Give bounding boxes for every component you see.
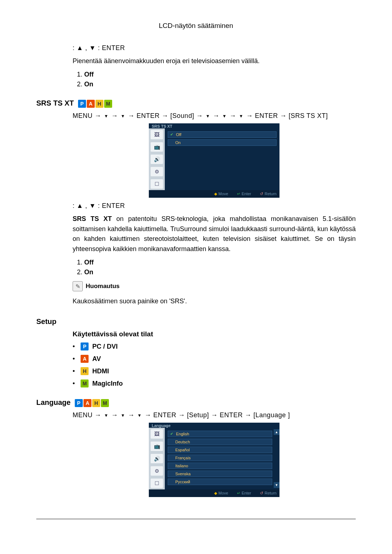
mode-pc: P PC / DVI [73,342,356,350]
a-icon: A [87,100,95,108]
osd-lang-espanol[interactable]: Español [168,447,272,453]
osd-lang-russian[interactable]: Русский [168,479,272,485]
osd-side-picture-icon: 🖼 [151,130,163,139]
note: ✎ Huomautus [73,281,356,291]
m-icon: M [81,379,89,387]
osd-sidebar: 🖼 📺 🔊 ⚙ ☐ [149,428,165,489]
note-text: Kaukosäätimen suora painike on 'SRS'. [73,296,356,307]
p-icon: P [78,100,86,108]
osd-footer: Move Enter Return [149,489,279,497]
srs-breadcrumb: MENU → ▼ → ▼ → ENTER → [Sound] → ▼ → ▼ →… [73,112,356,120]
osd-side-picture-icon: 🖼 [151,429,163,439]
osd-lang-italiano[interactable]: Italiano [168,463,272,469]
h-icon: H [81,367,89,375]
p-icon: P [75,399,83,407]
a-icon: A [81,355,89,363]
p-icon: P [81,342,89,350]
scroll-up-icon[interactable]: ▲ [274,429,279,435]
osd-side-setup-icon: ⚙ [151,466,163,476]
srs-title: SRS TS XT P A H M [36,99,356,108]
note-icon: ✎ [73,281,83,291]
m-icon: M [101,399,109,407]
osd-return: Return [260,491,277,496]
m-icon: M [104,100,112,108]
mode-av: A AV [73,355,356,363]
osd-return: Return [260,192,277,196]
setup-title: Setup [36,317,356,326]
h-icon: H [92,399,100,407]
option-on: On [84,81,93,88]
osd-side-setup-icon: ⚙ [151,167,163,176]
osd-language: Language 🖼 📺 🔊 ⚙ ☐ English Deutsch Españ… [149,423,279,497]
autovol-options: Off On [73,71,356,88]
osd-enter: Enter [237,491,251,496]
mode-list: P PC / DVI A AV H HDMI M MagicInfo [73,342,356,387]
osd-enter: Enter [237,192,251,196]
scroll-down-icon[interactable]: ▼ [274,482,279,488]
nav-hint-2: : ▲ , ▼ : ENTER [73,202,356,210]
mode-magicinfo: M MagicInfo [73,379,356,387]
osd-option-on[interactable]: On [168,139,277,146]
mode-hdmi: H HDMI [73,367,356,375]
osd-side-sound-icon: 🔊 [151,454,163,463]
srs-options: Off On [73,259,356,276]
note-label: Huomautus [86,283,120,290]
setup-subtitle: Käytettävissä olevat tilat [73,330,356,338]
osd-move: Move [214,491,228,496]
osd-language-title: Language [149,423,279,428]
osd-side-input-icon: 📺 [151,142,163,152]
language-breadcrumb: MENU → ▼ → ▼ → ▼ → ENTER → [Setup] → ENT… [73,411,356,419]
page-header: LCD-näytön säätäminen [36,22,356,30]
osd-srs-title: SRS TS XT [149,123,279,128]
srs-option-off: Off [84,259,94,266]
osd-footer: Move Enter Return [149,190,279,198]
srs-desc: SRS TS XT on patentoitu SRS-teknologia, … [73,214,356,255]
osd-lang-deutsch[interactable]: Deutsch [168,439,272,445]
osd-sidebar: 🖼 📺 🔊 ⚙ ☐ [149,128,165,190]
srs-option-on: On [84,268,93,276]
h-icon: H [95,100,103,108]
osd-lang-francais[interactable]: Français [168,455,272,461]
autovol-desc: Pienentää äänenvoimakkuuden eroja eri te… [73,56,356,66]
option-off: Off [84,71,94,78]
osd-side-multi-icon: ☐ [151,479,163,488]
osd-srs: SRS TS XT 🖼 📺 🔊 ⚙ ☐ Off On Move [149,123,279,198]
footer-rule [36,519,356,519]
osd-side-sound-icon: 🔊 [151,155,163,164]
osd-lang-english[interactable]: English [168,431,272,437]
osd-side-multi-icon: ☐ [151,179,163,189]
a-icon: A [83,399,91,407]
nav-hint-1: : ▲ , ▼ : ENTER [73,44,356,52]
osd-option-off[interactable]: Off [168,131,277,138]
osd-move: Move [214,192,228,196]
osd-lang-svenska[interactable]: Svenska [168,471,272,477]
language-title: Language P A H M [36,398,356,407]
osd-side-input-icon: 📺 [151,442,163,451]
